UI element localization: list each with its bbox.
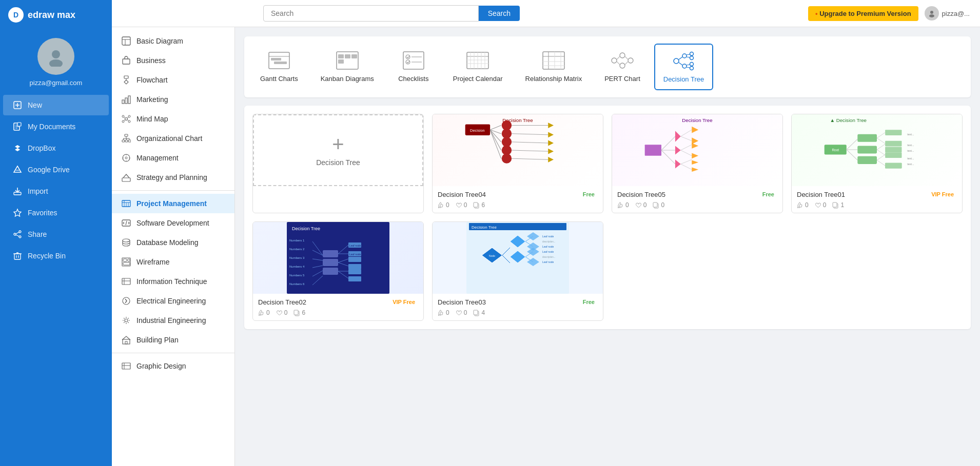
- left-nav-software-dev[interactable]: Software Development: [112, 213, 234, 233]
- left-nav-marketing[interactable]: Marketing: [112, 90, 234, 109]
- sidebar-navigation: New My Documents DropBox Google Drive Im…: [0, 93, 112, 268]
- tab-project-calendar[interactable]: Project Calendar: [444, 44, 512, 90]
- svg-line-169: [681, 150, 692, 156]
- left-nav-flowchart[interactable]: Flowchart: [112, 70, 234, 90]
- left-nav-industrial-eng[interactable]: Industrial Engineering: [112, 311, 234, 330]
- svg-rect-28: [124, 76, 128, 78]
- svg-marker-7: [14, 166, 21, 172]
- sidebar-item-share[interactable]: Share: [3, 224, 109, 245]
- svg-rect-87: [338, 59, 344, 64]
- business-icon: [121, 55, 131, 66]
- svg-rect-198: [885, 147, 901, 153]
- user-profile-section: pizza@gmail.com: [0, 30, 112, 93]
- tab-kanban-label: Kanban Diagrams: [321, 75, 374, 83]
- my-documents-icon: [12, 121, 23, 132]
- svg-text:Numbers 2: Numbers 2: [289, 248, 305, 251]
- svg-rect-159: [645, 145, 661, 156]
- left-nav-business[interactable]: Business: [112, 51, 234, 70]
- left-nav-mind-map[interactable]: Mind Map: [112, 109, 234, 129]
- tab-kanban[interactable]: Kanban Diagrams: [312, 44, 383, 90]
- svg-line-128: [687, 54, 690, 55]
- svg-line-184: [847, 139, 858, 149]
- left-nav-label-basic-diagram: Basic Diagram: [136, 37, 183, 45]
- divider-2: [112, 353, 234, 353]
- user-info: pizza@...: [925, 6, 970, 21]
- left-nav-org-chart[interactable]: Organizational Chart: [112, 129, 234, 148]
- template-card-dt03[interactable]: Decision Tree Node: [432, 221, 603, 321]
- svg-line-167: [681, 136, 692, 141]
- svg-marker-147: [548, 140, 554, 146]
- left-nav-management[interactable]: Management: [112, 148, 234, 168]
- svg-point-112: [620, 53, 625, 58]
- search-input[interactable]: [263, 5, 479, 22]
- left-nav-strategy[interactable]: Strategy and Planning: [112, 168, 234, 187]
- svg-marker-148: [548, 149, 554, 154]
- left-nav-info-technique[interactable]: Information Technique: [112, 272, 234, 291]
- tab-decision-tree-label: Decision Tree: [663, 75, 704, 83]
- new-template-area[interactable]: + Decision Tree: [253, 114, 423, 186]
- upgrade-button[interactable]: • Upgrade to Premium Version: [808, 6, 918, 21]
- dt05-likes: 0: [617, 201, 629, 209]
- checklist-icon: [401, 50, 426, 71]
- sidebar-item-dropbox[interactable]: DropBox: [3, 138, 109, 158]
- org-chart-icon: [121, 133, 131, 144]
- tab-relationship-matrix[interactable]: Relationship Matrix: [517, 44, 591, 90]
- wireframe-icon: [121, 257, 131, 267]
- svg-point-1: [49, 59, 63, 67]
- template-card-dt01[interactable]: ▲ Decision Tree Root: [791, 114, 963, 213]
- dt02-name: Decision Tree02: [258, 298, 306, 306]
- dt04-title-row: Decision Tree04 Free: [438, 190, 598, 198]
- tab-decision-tree[interactable]: Decision Tree: [654, 44, 713, 90]
- svg-point-13: [19, 236, 21, 238]
- left-nav-basic-diagram[interactable]: Basic Diagram: [112, 31, 234, 51]
- svg-line-168: [681, 145, 692, 150]
- left-nav-project-management[interactable]: Project Management: [112, 194, 234, 213]
- left-nav-wireframe[interactable]: Wireframe: [112, 252, 234, 272]
- svg-marker-11: [14, 209, 21, 216]
- svg-text:Decision Tree: Decision Tree: [682, 117, 712, 123]
- svg-rect-240: [348, 276, 361, 281]
- sidebar-item-recycle-bin[interactable]: Recycle Bin: [3, 246, 109, 266]
- template-card-dt05[interactable]: Decision Tree: [612, 114, 783, 213]
- dt01-badge: VIP Free: [928, 190, 957, 198]
- sidebar-item-favorites[interactable]: Favorites: [3, 202, 109, 223]
- svg-rect-157: [474, 202, 478, 207]
- left-nav-graphic-design[interactable]: Graphic Design: [112, 356, 234, 376]
- svg-rect-33: [128, 96, 130, 104]
- sidebar-item-new[interactable]: New: [3, 95, 109, 115]
- sidebar-item-google-drive[interactable]: Google Drive: [3, 159, 109, 180]
- tab-gantt-charts[interactable]: Gantt Charts: [251, 44, 307, 90]
- svg-point-114: [628, 58, 633, 63]
- import-icon: [12, 186, 23, 196]
- svg-text:Numbers 5: Numbers 5: [289, 274, 305, 277]
- tab-checklists[interactable]: Checklists: [388, 44, 439, 90]
- avatar-icon: [46, 46, 66, 67]
- pert-chart-icon: [610, 50, 635, 71]
- sidebar-item-import[interactable]: Import: [3, 181, 109, 201]
- tab-pert-chart[interactable]: PERT Chart: [596, 44, 649, 90]
- sidebar-item-label-google-drive: Google Drive: [28, 166, 70, 174]
- dt03-copies: 4: [473, 309, 485, 316]
- svg-point-119: [674, 58, 679, 64]
- svg-rect-89: [351, 54, 357, 58]
- svg-text:text...: text...: [907, 133, 914, 136]
- template-card-dt04[interactable]: Decision Tree Decision: [432, 114, 603, 213]
- left-nav-database-modeling[interactable]: Database Modeling: [112, 233, 234, 252]
- left-nav-electrical-eng[interactable]: Electrical Engineering: [112, 291, 234, 311]
- dt05-badge: Free: [759, 190, 777, 198]
- svg-point-144: [502, 153, 512, 163]
- svg-text:text...: text...: [907, 157, 914, 160]
- dt01-thumb: ▲ Decision Tree Root: [792, 114, 962, 186]
- dt04-info: Decision Tree04 Free 0 0: [433, 186, 603, 213]
- svg-line-130: [687, 65, 690, 65]
- template-card-dt02[interactable]: Decision Tree Numbers 1 Numbers 2 Number…: [252, 221, 424, 321]
- search-button[interactable]: Search: [479, 6, 520, 21]
- dt03-name: Decision Tree03: [438, 298, 486, 306]
- sidebar-item-my-documents[interactable]: My Documents: [3, 116, 109, 137]
- svg-text:▲ Decision Tree: ▲ Decision Tree: [830, 117, 867, 123]
- svg-point-36: [128, 115, 130, 117]
- left-nav-building-plan[interactable]: Building Plan: [112, 330, 234, 350]
- dt03-title-row: Decision Tree03 Free: [438, 298, 598, 306]
- svg-marker-173: [692, 137, 698, 144]
- template-card-new[interactable]: + Decision Tree: [252, 114, 424, 213]
